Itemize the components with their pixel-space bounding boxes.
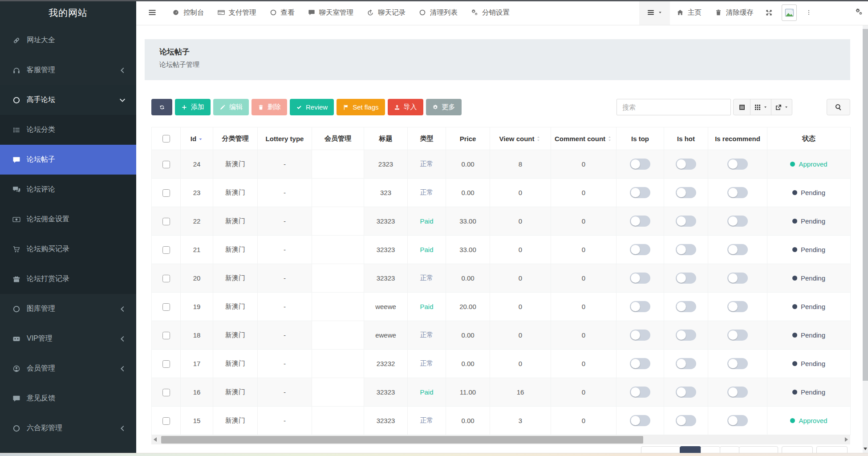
column-header-status[interactable]: 状态 — [767, 127, 851, 150]
review-button[interactable]: Review — [290, 99, 334, 115]
toggle-is_top[interactable] — [630, 415, 650, 426]
row-checkbox[interactable] — [162, 303, 170, 311]
toggle-is_top[interactable] — [630, 387, 650, 398]
sidebar-item-forum-commission[interactable]: 论坛佣金设置 — [0, 204, 136, 234]
toggle-is_hot[interactable] — [676, 330, 696, 341]
column-header-is_hot[interactable]: Is hot — [664, 127, 708, 150]
row-checkbox[interactable] — [162, 417, 170, 425]
sidebar-item-forum-posts[interactable]: 论坛帖子 — [0, 145, 136, 175]
sidebar-item-members[interactable]: 会员管理 — [0, 354, 136, 383]
sidebar-item-lottery[interactable]: 六合彩管理 — [0, 413, 136, 443]
topnav-item-view[interactable]: 查看 — [263, 0, 301, 25]
toggle-is_recommend[interactable] — [727, 159, 748, 170]
column-header-select[interactable] — [152, 127, 181, 150]
sidebar-toggle-button[interactable] — [136, 0, 166, 25]
toggle-is_top[interactable] — [630, 330, 650, 341]
page-scrollbar-thumb[interactable] — [863, 29, 868, 381]
toggle-is_recommend[interactable] — [727, 273, 748, 284]
home-link[interactable]: 主页 — [670, 0, 708, 25]
column-header-is_top[interactable]: Is top — [617, 127, 664, 150]
sidebar-item-forum-rewards[interactable]: 论坛打赏记录 — [0, 264, 136, 294]
page-scrollbar[interactable] — [863, 25, 868, 453]
toggle-is_hot[interactable] — [676, 301, 696, 312]
topnav-item-distribution[interactable]: 分销设置 — [464, 0, 516, 25]
scroll-down-arrow[interactable] — [864, 448, 867, 450]
select-all-checkbox[interactable] — [162, 135, 170, 142]
add-button[interactable]: 添加 — [175, 99, 211, 115]
column-header-id[interactable]: Id — [181, 127, 213, 150]
toggle-is_top[interactable] — [630, 244, 650, 255]
row-checkbox[interactable] — [162, 275, 170, 282]
detail-view-button[interactable] — [733, 99, 750, 115]
topnav-item-console[interactable]: 控制台 — [166, 0, 211, 25]
toggle-is_hot[interactable] — [676, 415, 696, 426]
column-header-lottery_type[interactable]: Lottery type — [258, 127, 312, 150]
toggle-is_recommend[interactable] — [727, 387, 748, 398]
toggle-is_top[interactable] — [630, 159, 650, 170]
toggle-is_hot[interactable] — [676, 358, 696, 369]
toggle-is_recommend[interactable] — [727, 330, 748, 341]
toggle-is_hot[interactable] — [676, 159, 696, 170]
column-header-category[interactable]: 分类管理 — [213, 127, 258, 150]
refresh-button[interactable] — [151, 99, 172, 115]
toggle-is_recommend[interactable] — [727, 415, 748, 426]
toggle-is_recommend[interactable] — [727, 244, 748, 255]
sidebar-item-customer-service[interactable]: 客服管理 — [0, 55, 136, 85]
topnav-more-dropdown[interactable] — [639, 0, 670, 25]
sidebar-item-vip[interactable]: VIP管理 — [0, 324, 136, 354]
export-dropdown-button[interactable] — [771, 99, 792, 115]
sidebar-item-forum-category[interactable]: 论坛分类 — [0, 115, 136, 145]
import-button[interactable]: 导入 — [388, 99, 423, 115]
row-checkbox[interactable] — [162, 360, 170, 368]
search-input[interactable] — [617, 99, 731, 115]
sidebar-item-forum-comments[interactable]: 论坛评论 — [0, 175, 136, 204]
column-header-comments[interactable]: Comment count — [551, 127, 617, 150]
toggle-is_top[interactable] — [630, 358, 650, 369]
topnav-item-chatroom[interactable]: 聊天室管理 — [301, 0, 361, 25]
toggle-is_top[interactable] — [630, 187, 650, 198]
topnav-item-chat-history[interactable]: 聊天记录 — [360, 0, 412, 25]
column-header-type[interactable]: 类型 — [408, 127, 446, 150]
column-header-is_recommend[interactable]: Is recommend — [708, 127, 767, 150]
row-checkbox[interactable] — [162, 189, 170, 197]
row-checkbox[interactable] — [162, 332, 170, 339]
columns-dropdown-button[interactable] — [750, 99, 771, 115]
toggle-is_hot[interactable] — [676, 187, 696, 198]
sidebar-item-feedback[interactable]: 意见反馈 — [0, 383, 136, 413]
avatar[interactable] — [782, 4, 797, 21]
toggle-is_top[interactable] — [630, 273, 650, 284]
row-checkbox[interactable] — [162, 246, 170, 254]
toggle-is_hot[interactable] — [676, 387, 696, 398]
sidebar-item-forum-purchases[interactable]: 论坛购买记录 — [0, 234, 136, 264]
toggle-is_recommend[interactable] — [727, 358, 748, 369]
toggle-is_hot[interactable] — [676, 273, 696, 284]
settings-gear-button[interactable] — [855, 8, 863, 17]
set-flags-button[interactable]: Set flags — [337, 99, 385, 115]
toggle-is_recommend[interactable] — [727, 216, 748, 227]
user-menu-dots[interactable] — [801, 0, 817, 25]
row-checkbox[interactable] — [162, 389, 170, 396]
search-submit-button[interactable] — [827, 99, 850, 115]
column-header-title[interactable]: 标题 — [364, 127, 408, 150]
toggle-is_hot[interactable] — [676, 216, 696, 227]
topnav-item-payment[interactable]: 支付管理 — [211, 0, 263, 25]
horizontal-scrollbar[interactable] — [151, 435, 850, 444]
scroll-right-arrow[interactable] — [845, 437, 848, 442]
more-button[interactable]: 更多 — [426, 99, 462, 115]
toggle-is_recommend[interactable] — [727, 187, 748, 198]
toggle-is_top[interactable] — [630, 301, 650, 312]
column-header-member[interactable]: 会员管理 — [312, 127, 364, 150]
sidebar-item-url-directory[interactable]: 网址大全 — [0, 25, 136, 55]
fullscreen-button[interactable] — [760, 0, 778, 25]
column-header-price[interactable]: Price — [446, 127, 490, 150]
horizontal-scrollbar-thumb[interactable] — [161, 436, 643, 444]
toggle-is_hot[interactable] — [676, 244, 696, 255]
sidebar-item-gallery[interactable]: 图库管理 — [0, 294, 136, 324]
sidebar-item-expert-forum[interactable]: 高手论坛 — [0, 85, 136, 115]
column-header-views[interactable]: View count — [490, 127, 551, 150]
toggle-is_top[interactable] — [630, 216, 650, 227]
clear-cache-button[interactable]: 清除缓存 — [708, 0, 760, 25]
topnav-item-clean-list[interactable]: 清理列表 — [412, 0, 464, 25]
row-checkbox[interactable] — [162, 218, 170, 225]
scroll-left-arrow[interactable] — [154, 437, 157, 442]
